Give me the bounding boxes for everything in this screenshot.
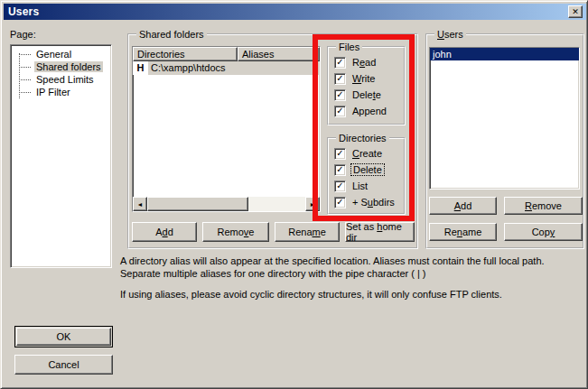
shared-folders-group-label: Shared folders xyxy=(136,29,207,41)
dir-delete-label: Delete xyxy=(350,163,385,176)
user-copy-button[interactable]: Copy xyxy=(504,223,583,241)
user-add-button[interactable]: Add xyxy=(429,197,497,215)
page-list: General Shared folders Speed Limits IP F… xyxy=(10,44,112,268)
file-delete-label: Delete xyxy=(350,89,383,100)
scroll-right-button[interactable]: ► xyxy=(305,197,320,211)
column-header-directories[interactable]: Directories xyxy=(133,47,238,61)
set-home-dir-button[interactable]: Set as home dir xyxy=(345,222,415,242)
users-list: john xyxy=(429,47,580,190)
check-icon: ✓ xyxy=(336,58,343,67)
directories-listview: Directories Aliases H C:\xampp\htdocs ◄ … xyxy=(132,46,321,212)
subdirs-label: + Subdirs xyxy=(350,197,397,208)
write-label: Write xyxy=(350,73,377,84)
users-dialog: Users ✕ Page: General Shared folders Spe… xyxy=(0,0,588,389)
subdirs-checkbox-row[interactable]: ✓ + Subdirs xyxy=(334,194,404,210)
page-tree: General Shared folders Speed Limits IP F… xyxy=(11,45,111,98)
listview-header: Directories Aliases xyxy=(133,47,320,61)
read-checkbox[interactable]: ✓ xyxy=(334,57,346,69)
check-icon: ✓ xyxy=(336,74,343,83)
close-button[interactable]: ✕ xyxy=(568,5,583,18)
tree-item-speed-limits[interactable]: Speed Limits xyxy=(11,73,111,86)
check-icon: ✓ xyxy=(336,107,343,116)
file-delete-checkbox-row[interactable]: ✓ Delete xyxy=(334,87,404,103)
user-rename-label: Rename xyxy=(444,227,482,237)
user-copy-label: Copy xyxy=(532,227,555,237)
dir-delete-checkbox-row[interactable]: ✓ Delete xyxy=(334,162,404,178)
horizontal-scrollbar[interactable]: ◄ ► xyxy=(133,197,320,211)
set-home-dir-label: Set as home dir xyxy=(346,221,414,243)
folder-remove-label: Remove xyxy=(218,227,255,237)
list-label: List xyxy=(350,181,369,191)
create-label: Create xyxy=(350,148,384,159)
subdirs-checkbox[interactable]: ✓ xyxy=(334,197,346,208)
write-checkbox[interactable]: ✓ xyxy=(334,73,346,85)
cancel-label: Cancel xyxy=(48,359,79,370)
ok-label: OK xyxy=(57,331,71,342)
create-checkbox-row[interactable]: ✓ Create xyxy=(334,145,404,162)
alias-note-1: A directory alias will also appear at th… xyxy=(120,255,579,280)
tree-item-general[interactable]: General xyxy=(11,48,111,60)
cancel-button[interactable]: Cancel xyxy=(14,355,113,375)
folder-add-button[interactable]: Add xyxy=(132,222,197,242)
directory-path: C:\xampp\htdocs xyxy=(148,61,320,75)
titlebar[interactable]: Users xyxy=(4,4,586,20)
close-icon: ✕ xyxy=(572,8,579,16)
list-checkbox[interactable]: ✓ xyxy=(334,181,346,192)
user-remove-label: Remove xyxy=(525,200,562,211)
user-add-label: Add xyxy=(454,200,472,211)
scrollbar-thumb[interactable] xyxy=(147,197,248,211)
folder-rename-label: Rename xyxy=(288,227,326,237)
append-label: Append xyxy=(350,106,388,116)
arrow-left-icon: ◄ xyxy=(137,201,144,208)
directory-row[interactable]: H C:\xampp\htdocs xyxy=(133,61,320,75)
file-delete-checkbox[interactable]: ✓ xyxy=(334,89,346,101)
check-icon: ✓ xyxy=(336,181,343,190)
page-label: Page: xyxy=(10,29,36,40)
alias-note-2: If using aliases, please avoid cyclic di… xyxy=(120,288,579,301)
folder-add-label: Add xyxy=(155,227,173,237)
append-checkbox-row[interactable]: ✓ Append xyxy=(334,103,404,119)
ok-button[interactable]: OK xyxy=(14,326,113,347)
check-icon: ✓ xyxy=(336,165,343,174)
alias-notes: A directory alias will also appear at th… xyxy=(120,255,579,301)
directories-permissions-group: Directories ✓ Create ✓ Delete ✓ List ✓ +… xyxy=(327,137,406,215)
dir-delete-checkbox[interactable]: ✓ xyxy=(334,164,346,176)
append-checkbox[interactable]: ✓ xyxy=(334,106,346,117)
files-permissions-group: Files ✓ Read ✓ Write ✓ Delete ✓ Append xyxy=(327,46,406,125)
check-icon: ✓ xyxy=(336,90,343,99)
directories-group-label: Directories xyxy=(336,133,389,144)
create-checkbox[interactable]: ✓ xyxy=(334,148,346,160)
list-checkbox-row[interactable]: ✓ List xyxy=(334,178,404,194)
check-icon: ✓ xyxy=(336,198,343,207)
users-group-label: Users xyxy=(434,29,466,41)
check-icon: ✓ xyxy=(336,149,343,158)
read-checkbox-row[interactable]: ✓ Read xyxy=(334,54,404,70)
read-label: Read xyxy=(350,57,378,68)
window-title: Users xyxy=(8,5,39,18)
files-group-label: Files xyxy=(336,42,362,53)
user-remove-button[interactable]: Remove xyxy=(504,197,583,215)
tree-item-ip-filter[interactable]: IP Filter xyxy=(11,86,111,98)
write-checkbox-row[interactable]: ✓ Write xyxy=(334,70,404,87)
user-rename-button[interactable]: Rename xyxy=(429,223,497,241)
arrow-right-icon: ► xyxy=(310,201,316,208)
folder-remove-button[interactable]: Remove xyxy=(202,222,269,242)
scroll-left-button[interactable]: ◄ xyxy=(133,197,147,211)
tree-item-shared-folders[interactable]: Shared folders xyxy=(11,60,111,73)
column-header-aliases[interactable]: Aliases xyxy=(238,47,320,61)
folder-rename-button[interactable]: Rename xyxy=(275,222,340,242)
user-item-john[interactable]: john xyxy=(430,48,579,60)
home-flag: H xyxy=(133,61,148,75)
